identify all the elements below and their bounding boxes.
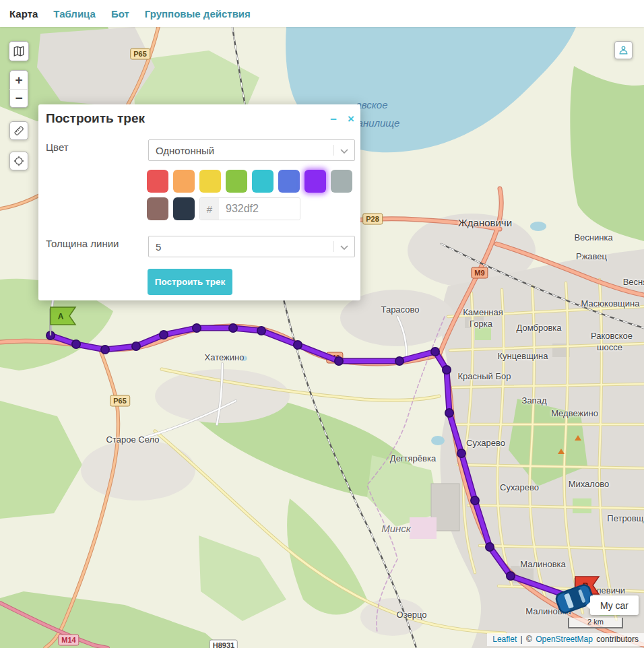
ruler-icon: [13, 125, 25, 137]
scale-bar: 2 km: [568, 618, 623, 628]
track-waypoint[interactable]: [160, 331, 168, 339]
track-waypoint[interactable]: [445, 409, 453, 417]
color-type-value: Однотонный: [156, 145, 331, 156]
line-width-value: 5: [156, 241, 331, 253]
leaflet-link[interactable]: Leaflet: [492, 635, 517, 644]
color-type-select[interactable]: Однотонный: [148, 139, 355, 161]
track-polyline[interactable]: [46, 324, 578, 602]
hex-color-group: #: [199, 197, 300, 220]
track-waypoint[interactable]: [486, 543, 494, 551]
my-car-marker[interactable]: [554, 583, 594, 614]
color-swatch[interactable]: [252, 170, 273, 193]
tab-map[interactable]: Карта: [9, 8, 38, 20]
color-swatch[interactable]: [199, 170, 221, 193]
driver-control-button[interactable]: [614, 41, 633, 59]
track-waypoint[interactable]: [335, 357, 343, 365]
track-waypoint[interactable]: [443, 366, 451, 374]
track-waypoint[interactable]: [101, 346, 109, 354]
track-waypoint[interactable]: [229, 324, 237, 332]
track-waypoint[interactable]: [431, 348, 439, 356]
color-swatch[interactable]: [173, 170, 195, 193]
measure-control-button[interactable]: [9, 121, 28, 140]
color-swatch[interactable]: [304, 170, 326, 193]
contributors-text: contributors: [596, 635, 639, 644]
track-waypoint[interactable]: [395, 357, 404, 365]
attribution: Leaflet | © OpenStreetMap contributors: [487, 633, 644, 646]
zoom-in-button[interactable]: +: [9, 71, 28, 89]
track-waypoint[interactable]: [294, 341, 302, 349]
dialog-title: Построить трек: [46, 111, 145, 126]
locate-control-button[interactable]: [9, 152, 28, 170]
line-width-select[interactable]: 5: [148, 236, 355, 257]
color-swatch[interactable]: [226, 170, 247, 193]
color-swatch[interactable]: [331, 170, 352, 193]
color-swatch[interactable]: [147, 197, 168, 220]
build-track-button[interactable]: Построить трек: [148, 269, 232, 295]
my-car-tooltip: My car: [590, 595, 639, 615]
track-waypoint[interactable]: [132, 342, 140, 350]
track-waypoint[interactable]: [72, 340, 80, 348]
osm-link[interactable]: OpenStreetMap: [536, 635, 593, 644]
line-width-field-label: Толщина линии: [46, 238, 119, 249]
build-track-dialog: Построить трек – × Цвет Однотонный # Тол…: [38, 104, 360, 300]
tab-group-actions[interactable]: Групповые действия: [145, 8, 251, 20]
track-waypoint[interactable]: [193, 324, 201, 332]
tab-bot[interactable]: Бот: [111, 8, 129, 20]
zoom-control: + −: [9, 70, 28, 108]
person-icon: [618, 44, 629, 56]
hex-color-input[interactable]: [219, 198, 300, 220]
track-waypoint[interactable]: [457, 449, 465, 457]
color-swatch[interactable]: [173, 197, 195, 220]
map-icon: [13, 45, 25, 57]
select-divider: [333, 145, 334, 156]
application-window: Карта Таблица Бот Групповые действия: [0, 0, 644, 648]
my-car-tooltip-text: My car: [600, 600, 629, 611]
track-start-flag[interactable]: A: [51, 307, 75, 335]
track-waypoint[interactable]: [471, 496, 479, 505]
color-swatch[interactable]: [147, 170, 168, 193]
locate-icon: [13, 155, 25, 167]
copyright-symbol: ©: [526, 635, 532, 644]
color-swatch[interactable]: [278, 170, 300, 193]
zoom-out-button[interactable]: −: [9, 89, 28, 107]
track-waypoint[interactable]: [257, 327, 265, 335]
close-button[interactable]: ×: [344, 112, 358, 126]
layers-control-button[interactable]: [9, 41, 29, 61]
color-palette: #: [147, 170, 357, 225]
attribution-separator: |: [521, 635, 523, 644]
select-divider: [333, 241, 334, 252]
tab-table[interactable]: Таблица: [53, 8, 96, 20]
minimize-button[interactable]: –: [327, 112, 340, 126]
top-navigation: Карта Таблица Бот Групповые действия: [0, 0, 644, 27]
color-field-label: Цвет: [46, 141, 69, 153]
track-waypoint[interactable]: [507, 572, 515, 580]
scale-label: 2 km: [587, 618, 604, 626]
chevron-down-icon: [340, 245, 348, 250]
start-flag-label: A: [58, 312, 64, 321]
chevron-down-icon: [340, 149, 348, 154]
hex-prefix: #: [200, 198, 219, 220]
